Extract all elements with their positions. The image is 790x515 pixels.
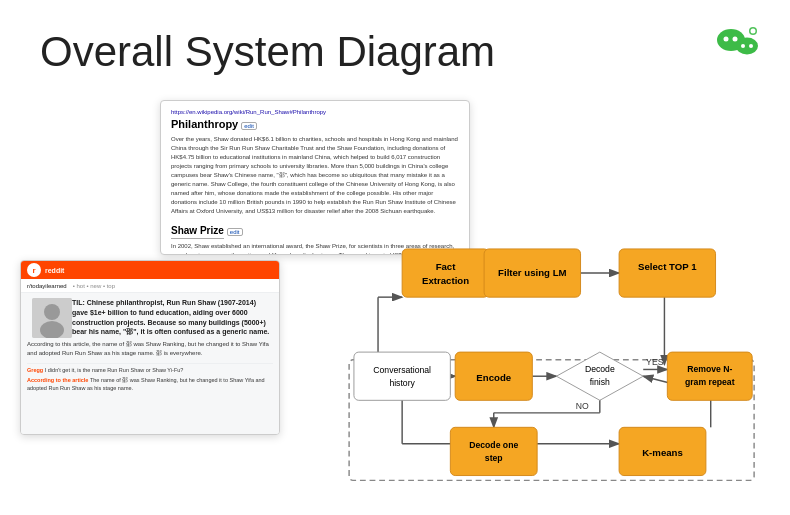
svg-rect-32 [402, 249, 489, 297]
svg-text:Select TOP 1: Select TOP 1 [638, 261, 697, 272]
reddit-logo: r [27, 263, 41, 277]
flowchart: YES NO Fact Extraction Filter using LM S… [290, 220, 765, 490]
svg-point-9 [44, 304, 60, 320]
svg-text:finish: finish [590, 377, 610, 387]
shaw-prize-edit-button[interactable]: edit [227, 228, 243, 236]
svg-text:YES: YES [646, 357, 664, 367]
svg-point-3 [736, 38, 758, 55]
svg-text:history: history [389, 378, 415, 388]
svg-text:step: step [485, 453, 503, 463]
svg-text:K-means: K-means [642, 447, 683, 458]
wiki-edit-button[interactable]: edit [241, 122, 257, 130]
wiki-url: https://en.wikipedia.org/wiki/Run_Run_Sh… [171, 109, 459, 115]
reddit-post-body: According to this article, the name of 邵… [27, 340, 273, 358]
svg-text:Conversational: Conversational [373, 365, 431, 375]
wiki-section-heading: Philanthropy [171, 118, 238, 130]
svg-point-2 [733, 37, 738, 42]
reddit-nav-item: • hot • new • top [73, 283, 115, 289]
svg-text:Remove N-: Remove N- [687, 364, 732, 374]
svg-text:NO: NO [576, 401, 589, 411]
reddit-brand: reddit [45, 267, 64, 274]
svg-rect-39 [354, 352, 450, 400]
reddit-comment-2: According to the article The name of 邵 w… [27, 377, 273, 392]
svg-point-5 [749, 44, 753, 48]
page-title: Overall System Diagram [40, 28, 495, 76]
reddit-post-thumbnail [32, 298, 72, 338]
svg-point-4 [741, 44, 745, 48]
svg-rect-37 [619, 249, 715, 297]
svg-text:gram repeat: gram repeat [685, 377, 735, 387]
reddit-card: r reddit r/todayilearned • hot • new • t… [20, 260, 280, 435]
comment-author-1: Gregg [27, 367, 43, 373]
shaw-prize-heading: Shaw Prize [171, 225, 224, 239]
reddit-subreddit[interactable]: r/todayilearned [27, 283, 67, 289]
reddit-header: r reddit [21, 261, 279, 279]
reddit-post-title: TIL: Chinese philanthropist, Run Run Sha… [72, 298, 273, 337]
reddit-nav: r/todayilearned • hot • new • top [21, 279, 279, 293]
svg-text:Filter using LM: Filter using LM [498, 267, 566, 278]
svg-point-7 [751, 29, 756, 34]
svg-text:Decode: Decode [585, 364, 615, 374]
reddit-comments: Gregg I didn't get it, is the name Run R… [27, 363, 273, 392]
svg-text:Decode one: Decode one [469, 440, 518, 450]
svg-text:Encode: Encode [476, 372, 511, 383]
svg-text:Fact: Fact [436, 261, 457, 272]
comment-text-1: I didn't get it, is the name Run Run Sha… [45, 367, 184, 373]
wechat-icon [714, 18, 762, 66]
svg-text:Extraction: Extraction [422, 275, 469, 286]
comment-author-2: According to the article [27, 377, 88, 383]
wiki-body-text: Over the years, Shaw donated HK$6.1 bill… [171, 135, 459, 216]
reddit-comment-1: Gregg I didn't get it, is the name Run R… [27, 367, 273, 375]
reddit-body: TIL: Chinese philanthropist, Run Run Sha… [21, 293, 279, 434]
svg-rect-50 [450, 427, 537, 475]
svg-point-1 [724, 37, 729, 42]
